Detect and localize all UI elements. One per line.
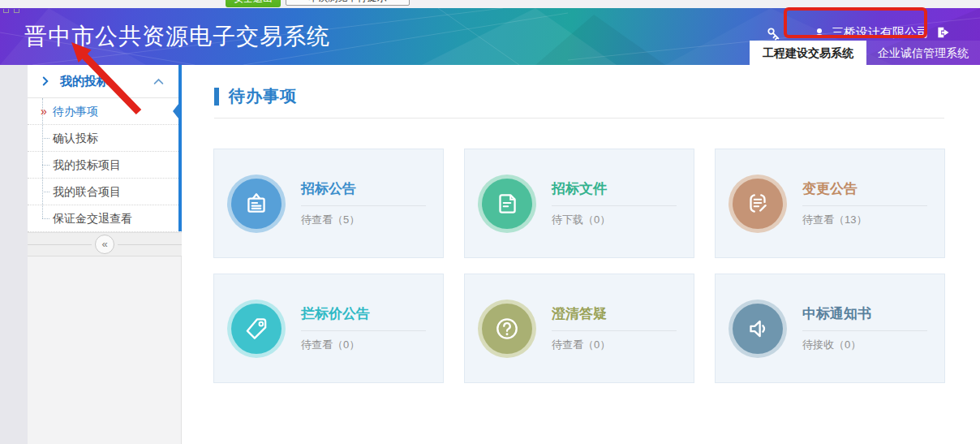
collapse-sidebar-button[interactable]: « — [95, 235, 114, 254]
section-title: 待办事项 — [229, 85, 297, 107]
browser-fragment — [3, 2, 36, 6]
card-status: 待查看（0） — [552, 338, 677, 352]
section-accent-bar — [214, 88, 219, 106]
price-tag-icon — [231, 304, 282, 354]
sidebar-item-my-joint-projects[interactable]: 我的联合项目 — [28, 179, 182, 205]
card-title: 拦标价公告 — [301, 304, 426, 323]
card-title: 变更公告 — [802, 179, 927, 198]
card-status: 待查看（5） — [301, 213, 426, 227]
card-status: 待接收（0） — [802, 338, 927, 352]
main-panel: 待办事项 招标公告 待查看（5） — [182, 65, 980, 444]
section-header: 待办事项 — [214, 85, 297, 107]
card-bid-documents[interactable]: 招标文件 待下载（0） — [464, 149, 694, 258]
chevron-up-icon[interactable] — [153, 76, 164, 87]
sidebar-group-my-bids[interactable]: 我的投标 — [28, 65, 182, 98]
sidebar-scroll-strip[interactable] — [178, 65, 182, 231]
no-more-tips-box[interactable]: 本次浏览不再提示 — [286, 0, 410, 6]
clipboard-edit-icon — [733, 179, 783, 229]
sidebar-item-deposit-check[interactable]: 保证金交退查看 — [28, 205, 182, 232]
card-title: 招标公告 — [301, 179, 426, 198]
sidebar-item-todo[interactable]: » 待办事项 — [28, 98, 182, 125]
card-bid-announcement[interactable]: 招标公告 待查看（5） — [213, 149, 444, 258]
logout-icon[interactable] — [935, 24, 951, 41]
card-title: 澄清答疑 — [552, 304, 677, 323]
sidebar-collapse-band: « — [28, 232, 182, 256]
card-title: 招标文件 — [552, 179, 677, 198]
tab-enterprise-credit-system[interactable]: 企业诚信管理系统 — [866, 41, 980, 65]
section-divider — [214, 118, 944, 119]
document-icon — [482, 179, 532, 229]
sidebar-group-title: 我的投标 — [60, 74, 109, 89]
question-icon — [482, 304, 532, 354]
card-title: 中标通知书 — [802, 304, 927, 323]
sidebar: 我的投标 » 待办事项 确认投标 我的投标项目 我的联合项目 保证金交退查看 — [28, 65, 182, 444]
todo-cards: 招标公告 待查看（5） 招标文件 — [213, 149, 945, 383]
card-status: 待查看（13） — [802, 213, 927, 227]
card-clarification[interactable]: 澄清答疑 待查看（0） — [464, 274, 694, 383]
ca-key-icon[interactable] — [766, 26, 781, 41]
active-marker: » — [41, 98, 47, 124]
card-change-announcement[interactable]: 变更公告 待查看（13） — [715, 149, 945, 258]
card-award-notice[interactable]: 中标通知书 待接收（0） — [715, 274, 945, 383]
system-tabs: 工程建设交易系统 企业诚信管理系统 — [750, 41, 980, 65]
safe-exit-button[interactable]: 安全退出 — [226, 0, 281, 7]
left-gutter — [0, 65, 28, 444]
card-price-cap-announcement[interactable]: 拦标价公告 待查看（0） — [213, 274, 444, 383]
card-status: 待下载（0） — [552, 213, 677, 227]
notice-board-icon — [231, 179, 282, 229]
sidebar-item-confirm-bid[interactable]: 确认投标 — [28, 125, 182, 152]
card-status: 待查看（0） — [301, 338, 426, 352]
sidebar-menu: » 待办事项 确认投标 我的投标项目 我的联合项目 保证金交退查看 — [28, 98, 182, 232]
sidebar-filler — [28, 256, 182, 444]
sidebar-item-my-bid-projects[interactable]: 我的投标项目 — [28, 152, 182, 179]
tab-engineering-trade-system[interactable]: 工程建设交易系统 — [750, 41, 866, 65]
speaker-icon — [733, 304, 783, 354]
system-title: 晋中市公共资源电子交易系统 — [24, 21, 330, 52]
annotation-highlight-box — [784, 7, 927, 38]
page: 安全退出 本次浏览不再提示 晋中市公共资源电子交易系统 三桥设计有限公司 — [0, 0, 980, 444]
content-row: 我的投标 » 待办事项 确认投标 我的投标项目 我的联合项目 保证金交退查看 — [0, 65, 980, 444]
chevron-right-icon — [41, 76, 50, 86]
